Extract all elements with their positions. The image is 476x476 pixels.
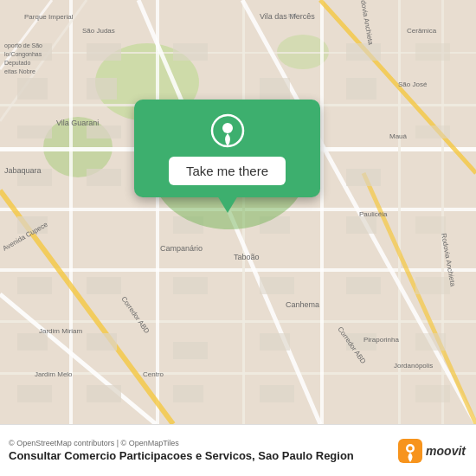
svg-rect-56 [346, 277, 381, 294]
moovit-pin-icon [398, 439, 422, 463]
map-view[interactable]: Parque Imperial São Judas Vila das Mercê… [0, 0, 476, 424]
svg-rect-33 [87, 43, 121, 61]
svg-rect-35 [87, 125, 121, 138]
svg-rect-15 [398, 0, 401, 424]
svg-text:Centro: Centro [143, 370, 164, 378]
svg-text:São Judas: São Judas [82, 27, 115, 35]
svg-text:São José: São José [398, 80, 428, 88]
svg-rect-50 [260, 333, 290, 351]
svg-text:Taboão: Taboão [234, 253, 260, 261]
svg-text:Piraporinha: Piraporinha [363, 336, 399, 344]
svg-rect-40 [173, 43, 208, 61]
svg-point-97 [408, 446, 413, 450]
location-popup: Take me there [134, 100, 320, 197]
svg-rect-14 [320, 0, 324, 424]
svg-rect-27 [17, 125, 52, 138]
svg-rect-55 [346, 216, 376, 234]
svg-rect-49 [260, 277, 294, 294]
map-attribution: © OpenStreetMap contributors | © OpenMap… [9, 439, 354, 447]
take-me-there-button[interactable]: Take me there [169, 157, 286, 185]
svg-rect-34 [87, 78, 117, 100]
moovit-brand-text: moovit [426, 444, 466, 458]
svg-rect-62 [415, 333, 446, 351]
svg-text:Cerâmica: Cerâmica [407, 27, 437, 35]
svg-rect-26 [17, 78, 48, 100]
svg-rect-31 [17, 333, 48, 351]
svg-rect-61 [415, 277, 450, 294]
svg-rect-60 [415, 216, 446, 234]
svg-text:Vila Guarani: Vila Guarani [56, 119, 99, 127]
svg-text:Canhema: Canhema [286, 300, 319, 309]
svg-text:Jordanópolis: Jordanópolis [394, 362, 433, 370]
svg-text:oporto de São: oporto de São [4, 42, 42, 49]
bottom-info: © OpenStreetMap contributors | © OpenMap… [9, 439, 354, 462]
svg-text:Jardim Miriam: Jardim Miriam [39, 327, 83, 335]
svg-rect-52 [346, 43, 381, 61]
svg-text:Jardim Melo: Jardim Melo [35, 370, 73, 378]
svg-rect-37 [87, 277, 121, 294]
svg-text:lo/Congonhas: lo/Congonhas [4, 51, 42, 58]
svg-text:Jabaquara: Jabaquara [4, 166, 42, 175]
svg-rect-36 [87, 169, 121, 186]
svg-rect-45 [173, 385, 203, 402]
svg-rect-43 [173, 277, 208, 294]
location-pin-icon [210, 113, 245, 148]
svg-rect-58 [415, 43, 450, 61]
svg-rect-11 [69, 0, 73, 424]
svg-rect-53 [346, 78, 376, 100]
moovit-logo: moovit [398, 439, 466, 463]
svg-text:Parque Imperial: Parque Imperial [24, 13, 74, 21]
svg-rect-59 [415, 125, 450, 138]
svg-rect-63 [415, 385, 450, 402]
svg-text:Paulicéia: Paulicéia [359, 210, 388, 218]
svg-rect-46 [260, 78, 290, 100]
svg-rect-30 [17, 277, 52, 294]
svg-rect-38 [87, 333, 117, 351]
svg-point-94 [222, 123, 233, 133]
svg-rect-12 [156, 0, 159, 424]
svg-rect-32 [17, 385, 52, 402]
bottom-bar: © OpenStreetMap contributors | © OpenMap… [0, 424, 476, 476]
location-title: Consultar Comercio Participacoes e Servi… [9, 449, 354, 462]
svg-rect-39 [87, 385, 121, 402]
svg-text:Deputado: Deputado [4, 60, 30, 67]
svg-text:sat: sat [288, 12, 296, 18]
svg-rect-54 [346, 169, 381, 186]
svg-text:Mauá: Mauá [389, 132, 408, 140]
svg-text:Campanário: Campanário [160, 244, 203, 253]
svg-text:eitas Nobre: eitas Nobre [4, 68, 35, 74]
svg-rect-51 [260, 385, 294, 402]
svg-rect-44 [173, 342, 208, 359]
